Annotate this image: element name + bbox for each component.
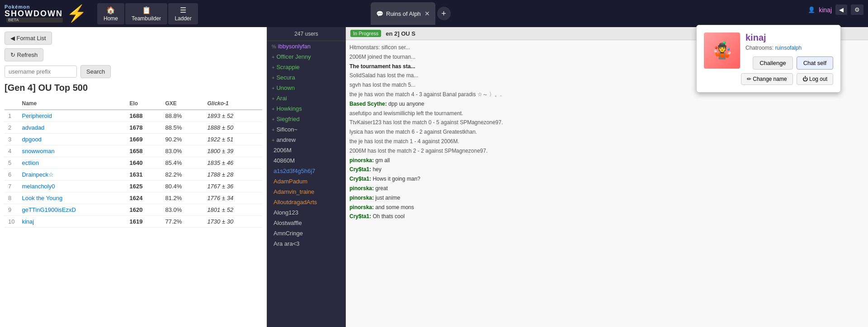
user-name: ibbysonlyfan [278,43,311,50]
gxe-cell: 85.4% [161,157,203,169]
user-symbol: % [272,44,276,49]
home-icon: 🏠 [106,6,115,14]
chat-system: the je has lost the match 1 - 4 against … [349,138,459,145]
chat-line: pinorska: and some mons [349,204,864,211]
list-item[interactable]: 2006M [267,145,345,155]
list-item[interactable]: Alostwaffle [267,218,345,228]
sound-button[interactable]: ◀ [835,5,847,15]
user-name: Siegfried [276,116,299,122]
name-cell[interactable]: Drainpeck☆ [18,169,126,181]
name-cell[interactable]: snowwoman [18,145,126,157]
gxe-cell: 81.2% [161,192,203,204]
format-list-button[interactable]: ◀ Format List [5,32,52,45]
list-item[interactable]: + Scrappie [267,62,345,72]
home-button[interactable]: 🏠 Home [97,3,124,24]
glicko-cell: 1888 ± 50 [203,122,262,134]
search-button[interactable]: Search [80,65,111,78]
user-name: Officer Jenny [276,53,311,60]
list-item[interactable]: Along123 [267,207,345,218]
list-item[interactable]: Ara ara<3 [267,238,345,249]
ladder-panel: ◀ Format List ↻ Refresh Search [Gen 4] O… [0,27,267,327]
user-name: Along123 [274,209,298,216]
list-item[interactable]: AlloutdragadArts [267,197,345,207]
list-item[interactable]: + Siegfried [267,114,345,124]
chatrooms-link[interactable]: ruinsofalph [775,45,802,51]
logout-button[interactable]: ⏻ Log out [797,73,833,85]
tabs-area: 💬 Ruins of Alph ✕ + [371,0,451,27]
chat-system: the je has won the match 4 - 3 against B… [349,91,502,98]
name-cell[interactable]: Look the Young [18,192,126,204]
col-gxe[interactable]: GXE [161,98,203,110]
name-cell[interactable]: advadad [18,122,126,134]
user-name: andrew [276,136,296,143]
list-item[interactable]: AdamPadum [267,176,345,187]
nav-buttons: 🏠 Home 📋 Teambuilder ☰ Ladder [97,3,198,24]
change-name-button[interactable]: ✏ Change name [741,73,793,85]
list-item[interactable]: Adamvin_traine [267,187,345,197]
list-item[interactable]: + Howkings [267,103,345,114]
ladder-title: [Gen 4] OU Top 500 [5,83,262,93]
profile-footer: ✏ Change name ⏻ Log out [704,73,833,85]
list-item[interactable]: + Sificon~ [267,124,345,135]
list-item[interactable]: + Unown [267,83,345,93]
rank-cell: 9 [5,204,18,216]
header: Pokémon SHOWDOWN BETA ⚡ 🏠 Home 📋 Teambui… [0,0,868,27]
search-input[interactable] [5,65,77,78]
name-cell[interactable]: dpgood [18,134,126,145]
teambuilder-button[interactable]: 📋 Teambuilder [125,3,167,24]
user-name: AmnCringe [274,230,303,237]
profile-header: 🤹 kinaj Chatrooms: ruinsofalph Challenge… [704,33,833,70]
user-area: 👤 kinaj ◀ ⚙ [808,5,863,15]
elo-cell: 1688 [126,110,162,122]
list-item[interactable]: + Officer Jenny [267,51,345,62]
col-elo[interactable]: Elo [126,98,162,110]
ladder-button[interactable]: ☰ Ladder [168,3,198,24]
col-glicko[interactable]: Glicko-1 [203,98,262,110]
glicko-cell: 1788 ± 28 [203,169,262,181]
tab-ruins-of-alph[interactable]: 💬 Ruins of Alph ✕ [371,2,435,25]
profile-chatrooms: Chatrooms: ruinsofalph [745,45,833,51]
rank-cell: 3 [5,134,18,145]
table-row: 2 advadad 1678 88.5% 1888 ± 50 [5,122,262,134]
list-item[interactable]: + Secura [267,72,345,83]
profile-name: kinaj [745,33,833,43]
user-symbol: + [272,54,274,60]
list-item[interactable]: % ibbysonlyfan [267,41,345,51]
list-item[interactable]: AmnCringe [267,228,345,238]
list-item[interactable]: a1s2d3f4g5h6j7 [267,166,345,176]
refresh-button[interactable]: ↻ Refresh [5,48,43,61]
logo-area: Pokémon SHOWDOWN BETA ⚡ [5,2,88,25]
chat-line: TtvKaiser123 has lost the match 0 - 5 ag… [349,119,864,126]
ctrl-row-1: ◀ Format List [5,32,262,45]
table-row: 5 ectlion 1640 85.4% 1835 ± 46 [5,157,262,169]
user-symbol: + [272,127,274,132]
name-cell[interactable]: kinaj [18,216,126,228]
chat-text: and some mons [375,204,414,210]
name-cell[interactable]: ectlion [18,157,126,169]
tab-close-button[interactable]: ✕ [425,10,430,17]
chat-system: 2006M joined the tournan... [349,54,415,60]
challenge-button[interactable]: Challenge [753,56,793,70]
username-link[interactable]: kinaj [819,6,832,14]
chat-self-button[interactable]: Chat self [797,56,833,70]
user-symbol: + [272,117,274,122]
col-name[interactable]: Name [18,98,126,110]
logo: Pokémon SHOWDOWN BETA [5,5,63,23]
list-item[interactable]: + Arai [267,93,345,103]
elo-cell: 1669 [126,134,162,145]
settings-button[interactable]: ⚙ [851,5,863,15]
list-item[interactable]: + andrew [267,135,345,145]
table-row: 7 melancholy0 1625 80.4% 1767 ± 36 [5,181,262,192]
user-symbol: + [272,65,274,70]
name-cell[interactable]: Peripheroid [18,110,126,122]
ladder-table: Name Elo GXE Glicko-1 1 Peripheroid 1688… [5,98,262,228]
users-panel: 247 users % ibbysonlyfan + Officer Jenny… [267,27,346,327]
name-cell[interactable]: geTTinG1900isEzxD [18,204,126,216]
tab-add-button[interactable]: + [437,7,451,20]
user-name: a1s2d3f4g5h6j7 [274,168,316,174]
glicko-cell: 1730 ± 30 [203,216,262,228]
profile-popup: 🤹 kinaj Chatrooms: ruinsofalph Challenge… [696,25,841,93]
list-item[interactable]: 40860M [267,155,345,166]
table-row: 6 Drainpeck☆ 1631 82.2% 1788 ± 28 [5,169,262,181]
name-cell[interactable]: melancholy0 [18,181,126,192]
